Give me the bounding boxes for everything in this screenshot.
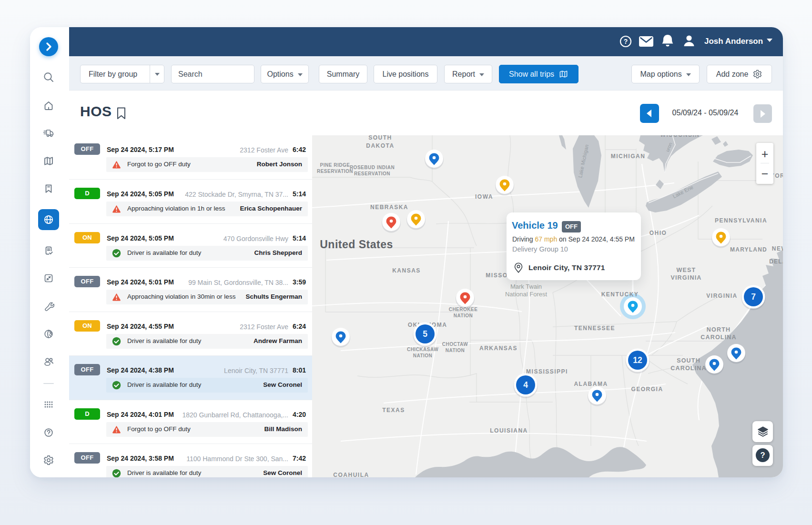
svg-text:ROSEBUD INDIAN: ROSEBUD INDIAN (350, 165, 395, 170)
svg-text:NEBRASKA: NEBRASKA (370, 204, 408, 211)
svg-text:NATION: NATION (454, 313, 473, 318)
svg-text:CAROLINA: CAROLINA (700, 334, 737, 341)
svg-text:DELAWARE: DELAWARE (769, 258, 783, 265)
svg-text:Mark Twain: Mark Twain (510, 283, 542, 290)
svg-text:CAROLINA: CAROLINA (670, 365, 707, 372)
svg-text:KENTUCKY: KENTUCKY (601, 291, 639, 298)
svg-text:SOUTH: SOUTH (368, 135, 392, 141)
svg-text:WISCONSIN: WISCONSIN (660, 135, 700, 138)
svg-text:12: 12 (633, 355, 642, 365)
svg-text:NATION: NATION (446, 348, 465, 353)
svg-text:ARKANSAS: ARKANSAS (479, 345, 518, 352)
svg-text:CHOCTAW: CHOCTAW (442, 342, 468, 347)
svg-text:National Forest: National Forest (505, 291, 548, 298)
svg-text:United States: United States (320, 238, 393, 251)
svg-text:7: 7 (751, 292, 756, 302)
svg-text:SOUTH: SOUTH (677, 357, 700, 364)
svg-text:WEST: WEST (677, 267, 696, 273)
svg-text:?: ? (624, 38, 628, 45)
svg-text:VIRGINIA: VIRGINIA (706, 293, 737, 299)
svg-text:NEW: NEW (772, 245, 783, 252)
svg-text:ALABAMA: ALABAMA (574, 381, 608, 387)
svg-text:RESERVATION: RESERVATION (317, 169, 353, 174)
svg-text:?: ? (760, 451, 765, 459)
svg-text:DAKOTA: DAKOTA (366, 142, 394, 149)
svg-text:4: 4 (523, 380, 528, 390)
svg-text:COAHUILA: COAHUILA (333, 472, 369, 477)
svg-text:RESERVATION: RESERVATION (354, 171, 390, 176)
svg-text:MICHIGAN: MICHIGAN (611, 153, 646, 160)
svg-text:MISSISSIPPI: MISSISSIPPI (526, 368, 568, 375)
svg-text:TENNESSEE: TENNESSEE (574, 325, 615, 332)
svg-text:CHICKASAW: CHICKASAW (407, 347, 438, 352)
svg-text:OHIO: OHIO (650, 230, 667, 236)
svg-text:MARYLAND: MARYLAND (730, 246, 767, 253)
svg-text:5: 5 (423, 329, 427, 339)
svg-text:IOWA: IOWA (475, 193, 493, 200)
svg-text:LOUISIANA: LOUISIANA (490, 427, 528, 434)
svg-text:GEORGIA: GEORGIA (631, 386, 663, 393)
svg-text:VIRGINIA: VIRGINIA (670, 274, 701, 281)
svg-text:PENNSYLVANIA: PENNSYLVANIA (715, 217, 767, 224)
svg-text:NORTH: NORTH (707, 326, 731, 333)
svg-text:NATION: NATION (413, 353, 433, 358)
svg-text:KANSAS: KANSAS (392, 267, 421, 274)
svg-text:TEXAS: TEXAS (382, 407, 405, 414)
svg-text:PINE RIDGE: PINE RIDGE (320, 162, 350, 168)
